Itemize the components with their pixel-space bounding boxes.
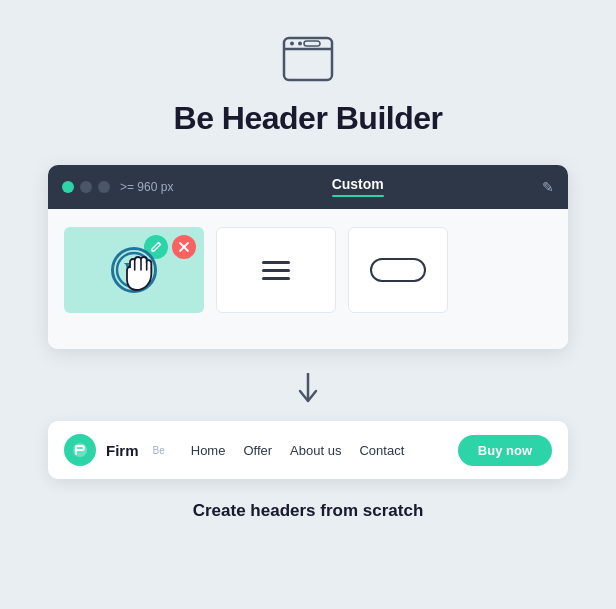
browser-icon	[282, 36, 334, 86]
svg-point-3	[298, 42, 302, 46]
mockup-toolbar: >= 960 px Custom ✎	[48, 165, 568, 209]
traffic-light-yellow	[80, 181, 92, 193]
edit-icon[interactable]: ✎	[542, 179, 554, 195]
svg-rect-4	[304, 41, 320, 46]
cursor-hand	[122, 252, 158, 301]
canvas-cell-button[interactable]	[348, 227, 448, 313]
arrow-down-icon	[296, 373, 320, 405]
page-title: Be Header Builder	[174, 100, 443, 137]
svg-point-2	[290, 42, 294, 46]
nav-link-about[interactable]: About us	[290, 443, 341, 458]
builder-mockup: >= 960 px Custom ✎	[48, 165, 568, 349]
builder-canvas: W	[48, 209, 568, 349]
traffic-light-green	[62, 181, 74, 193]
hamburger-line-2	[262, 269, 290, 272]
cell-delete-button[interactable]	[172, 235, 196, 259]
button-outline-icon	[370, 258, 426, 282]
traffic-light-red	[98, 181, 110, 193]
card: Be Header Builder >= 960 px Custom ✎	[0, 0, 616, 609]
hamburger-line-1	[262, 261, 290, 264]
result-bar: Firm Be Home Offer About us Contact Buy …	[48, 421, 568, 479]
firm-logo-icon	[71, 441, 89, 459]
hamburger-menu-icon	[262, 261, 290, 280]
canvas-cell-menu[interactable]	[216, 227, 336, 313]
arrow-down-container	[296, 373, 320, 405]
traffic-lights	[62, 181, 110, 193]
firm-logo	[64, 434, 96, 466]
firm-suffix: Be	[153, 445, 165, 456]
nav-link-offer[interactable]: Offer	[243, 443, 272, 458]
firm-name: Firm	[106, 442, 139, 459]
tab-label[interactable]: Custom	[332, 176, 384, 199]
subtitle: Create headers from scratch	[193, 501, 424, 521]
tab-label-container: Custom	[173, 176, 542, 199]
close-icon	[178, 241, 190, 253]
resolution-label: >= 960 px	[120, 180, 173, 194]
canvas-cell-logo[interactable]: W	[64, 227, 204, 313]
nav-link-contact[interactable]: Contact	[359, 443, 404, 458]
nav-links: Home Offer About us Contact	[191, 443, 448, 458]
hamburger-line-3	[262, 277, 290, 280]
buy-now-button[interactable]: Buy now	[458, 435, 552, 466]
nav-link-home[interactable]: Home	[191, 443, 226, 458]
